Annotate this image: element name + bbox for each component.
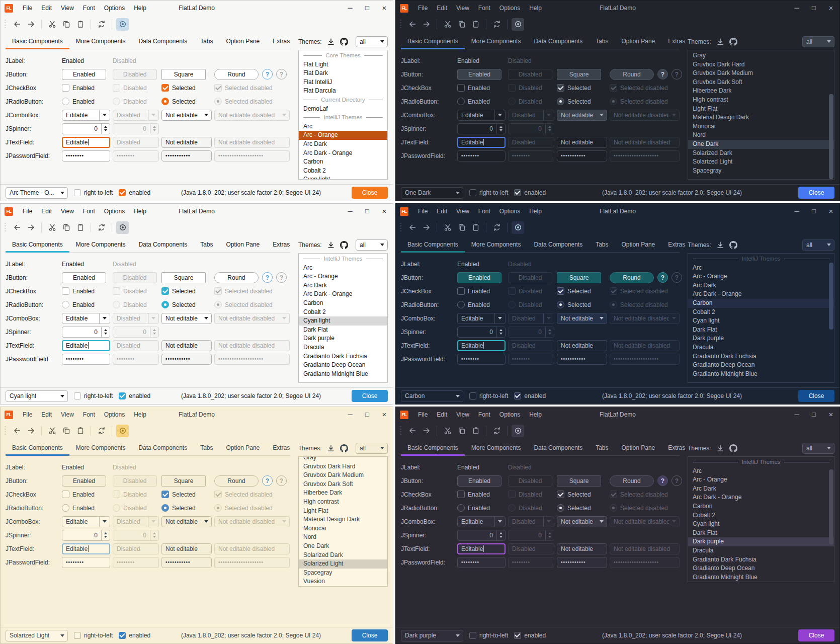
enabled-checkbox[interactable]: enabled	[514, 189, 546, 196]
themes-list[interactable]: Core ThemesFlat LightFlat DarkFlat Intel…	[298, 50, 388, 180]
github-icon[interactable]	[729, 38, 737, 46]
jcheckbox-enabled[interactable]: Enabled	[62, 491, 95, 498]
jradiobutton-selected[interactable]: Selected	[161, 301, 196, 308]
minimize-button[interactable]: ─	[788, 407, 805, 422]
theme-list-item[interactable]: Monocai	[299, 524, 387, 533]
back-icon[interactable]	[406, 18, 418, 31]
jcheckbox-selected[interactable]: Selected	[161, 287, 196, 295]
jspinner-enabled[interactable]: 0	[457, 530, 506, 541]
maximize-button[interactable]: □	[359, 407, 376, 422]
minimize-button[interactable]: ─	[342, 407, 359, 422]
menu-file[interactable]: File	[18, 407, 37, 422]
theme-list-item[interactable]: Gradianto Midnight Blue	[688, 573, 834, 582]
jtextfield-editable[interactable]: Editable	[457, 543, 506, 554]
spinner-up-icon[interactable]	[104, 329, 107, 331]
download-icon[interactable]	[716, 444, 724, 452]
tab-more-components[interactable]: More Components	[69, 237, 132, 252]
tab-basic-components[interactable]: Basic Components	[401, 237, 465, 252]
tab-extras[interactable]: Extras	[661, 237, 692, 252]
jcheckbox-enabled[interactable]: Enabled	[62, 287, 95, 295]
github-icon[interactable]	[340, 241, 348, 249]
jcombobox-not-editable[interactable]: Not editable	[161, 516, 212, 527]
theme-list-item[interactable]: Gruvbox Dark Hard	[688, 60, 834, 69]
jbutton-round[interactable]: Round	[610, 69, 654, 80]
enabled-checkbox[interactable]: enabled	[119, 189, 150, 196]
tab-extras[interactable]: Extras	[661, 34, 692, 49]
menu-view[interactable]: View	[56, 204, 78, 219]
github-icon[interactable]	[729, 444, 737, 452]
tab-basic-components[interactable]: Basic Components	[6, 34, 69, 49]
theme-list-item[interactable]: Flat IntelliJ	[299, 78, 387, 87]
theme-list-item[interactable]: Material Design Dark	[299, 515, 387, 524]
jspinner-enabled[interactable]: 0	[457, 123, 506, 134]
minimize-button[interactable]: ─	[342, 1, 359, 16]
close-button[interactable]: ×	[376, 407, 393, 422]
theme-list-item[interactable]: Gradianto Deep Ocean	[688, 361, 834, 370]
jradiobutton-enabled[interactable]: Enabled	[62, 504, 95, 512]
menu-edit[interactable]: Edit	[37, 204, 56, 219]
jspinner-enabled-buttons[interactable]	[496, 124, 505, 134]
jpasswordfield-editable[interactable]: ••••••••	[62, 557, 110, 568]
theme-list-item[interactable]: Flat Dark	[299, 69, 387, 78]
tab-basic-components[interactable]: Basic Components	[6, 237, 69, 252]
jcheckbox-selected[interactable]: Selected	[161, 84, 196, 92]
theme-list-item[interactable]: Solarized Dark	[688, 149, 834, 158]
themes-list[interactable]: GrayGruvbox Dark HardGruvbox Dark Medium…	[688, 50, 834, 180]
jpasswordfield-editable[interactable]: ••••••••	[62, 150, 110, 162]
jcombobox-editable[interactable]: Editable	[62, 516, 110, 527]
theme-list-item[interactable]: Gradianto Midnight Blue	[299, 370, 387, 379]
help-button[interactable]: ?	[262, 272, 273, 283]
theme-list-item[interactable]: Hiberbee Dark	[688, 87, 834, 96]
forward-icon[interactable]	[420, 221, 433, 234]
menu-help[interactable]: Help	[129, 204, 151, 219]
close-button[interactable]: ×	[376, 1, 393, 16]
tab-more-components[interactable]: More Components	[465, 440, 528, 455]
spinner-up-icon[interactable]	[499, 329, 502, 331]
spinner-up-icon[interactable]	[104, 126, 107, 128]
forward-icon[interactable]	[25, 18, 37, 31]
theme-list-item[interactable]: Gray	[688, 51, 834, 60]
forward-icon[interactable]	[25, 221, 37, 234]
theme-list-item[interactable]: Dark purple	[299, 334, 387, 343]
theme-list-item[interactable]: Arc Dark	[688, 485, 834, 494]
theme-list-item[interactable]: Cyan light	[688, 520, 834, 529]
theme-list-item[interactable]: Solarized Light	[299, 559, 387, 569]
theme-list-item[interactable]: Arc Dark	[299, 140, 387, 149]
close-button[interactable]: Close	[798, 629, 834, 641]
tab-basic-components[interactable]: Basic Components	[6, 440, 69, 455]
theme-list-item[interactable]: Flat Darcula	[299, 87, 387, 96]
jbutton-square[interactable]: Square	[161, 272, 206, 283]
theme-list-item[interactable]: Gradianto Dark Fuchsia	[688, 352, 834, 361]
theme-list-item[interactable]: Light Flat	[688, 105, 834, 114]
jradiobutton-enabled[interactable]: Enabled	[62, 301, 95, 308]
show-hidden-icon[interactable]	[512, 18, 524, 31]
theme-selector-combo[interactable]: Cyan light	[6, 390, 68, 402]
theme-list-item[interactable]: Arc	[299, 264, 387, 273]
jradiobutton-enabled[interactable]: Enabled	[457, 301, 490, 308]
theme-filter-combo[interactable]: all	[356, 36, 388, 47]
copy-icon[interactable]	[455, 221, 468, 234]
menu-font[interactable]: Font	[474, 1, 495, 16]
download-icon[interactable]	[327, 241, 335, 249]
close-button[interactable]: ×	[822, 204, 839, 219]
theme-list-item[interactable]: Gruvbox Dark Medium	[299, 471, 387, 480]
theme-list-item[interactable]: Solarized Light	[688, 157, 834, 167]
forward-icon[interactable]	[25, 425, 37, 437]
tab-tabs[interactable]: Tabs	[589, 440, 615, 455]
enabled-checkbox[interactable]: enabled	[514, 632, 546, 639]
download-icon[interactable]	[327, 444, 335, 452]
menu-font[interactable]: Font	[78, 1, 100, 16]
themes-list[interactable]: IntelliJ ThemesArcArc - OrangeArc DarkAr…	[298, 253, 388, 383]
jspinner-enabled[interactable]: 0	[457, 327, 506, 338]
theme-filter-combo[interactable]: all	[802, 239, 834, 251]
tab-more-components[interactable]: More Components	[69, 34, 132, 49]
scrollbar-thumb[interactable]	[829, 469, 833, 544]
jradiobutton-selected[interactable]: Selected	[557, 98, 591, 105]
theme-list-item[interactable]: Carbon	[299, 157, 387, 167]
tab-basic-components[interactable]: Basic Components	[401, 34, 465, 49]
cut-icon[interactable]	[46, 425, 58, 437]
menu-view[interactable]: View	[56, 407, 78, 422]
close-button[interactable]: Close	[352, 390, 388, 402]
tab-extras[interactable]: Extras	[661, 440, 692, 455]
jcombobox-editable[interactable]: Editable	[62, 110, 110, 121]
